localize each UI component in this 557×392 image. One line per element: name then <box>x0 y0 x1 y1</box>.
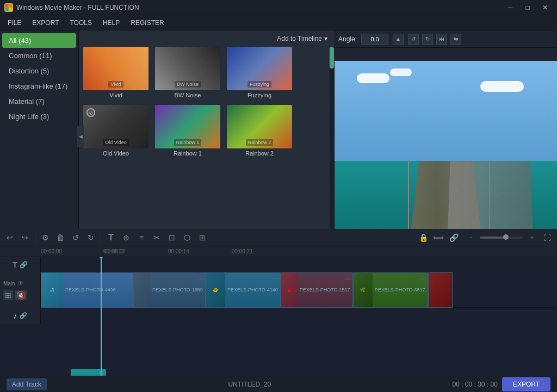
clip-4-menu[interactable]: ··· <box>345 274 351 283</box>
list-tl-btn[interactable]: ≡ <box>135 231 148 244</box>
category-instagram[interactable]: Instagram-like (17) <box>2 79 76 94</box>
category-all[interactable]: All (43) <box>2 33 76 48</box>
timeline: T 🔗 Main 👁 ⊞ 🔇 <box>0 257 557 376</box>
clip-6[interactable] <box>428 272 453 308</box>
add-timeline-btn[interactable]: Add to Timeline ▾ <box>277 35 327 42</box>
audio-icon: ♪ <box>14 312 17 320</box>
clip-3-label: PEXELS-PHOTO-4140 <box>225 286 280 294</box>
settings-btn[interactable]: ⚙ <box>39 231 52 244</box>
svg-rect-1 <box>9 4 13 8</box>
audio-track-content <box>41 308 557 324</box>
clip-4[interactable]: 🌹 PEXELS-PHOTO-1517 ··· <box>281 272 353 308</box>
ruler-tick-2: 00:00:14 <box>168 248 189 254</box>
effect-label-oldvideo: Old Video <box>83 150 148 157</box>
category-nightlife[interactable]: Night Life (3) <box>2 109 76 124</box>
app-icon <box>4 3 13 12</box>
add-tl-btn[interactable]: ⊕ <box>120 231 133 244</box>
text-tl-btn[interactable]: T <box>104 231 117 244</box>
audio-track-row: ♪ 🔗 <box>0 308 557 324</box>
link-btn[interactable]: 🔗 <box>447 231 460 244</box>
effect-fuzzying[interactable]: Fuzzying Fuzzying <box>227 47 292 98</box>
mirror-btn[interactable]: ⟺ <box>432 231 445 244</box>
track-link-icon[interactable]: 🔗 <box>20 261 28 269</box>
audio-link-icon[interactable]: 🔗 <box>20 312 27 319</box>
clip-2-menu[interactable]: ··· <box>197 274 204 283</box>
main-track-btns: ⊞ 🔇 <box>3 290 27 300</box>
split-btn[interactable]: ✂ <box>150 231 163 244</box>
clip-3[interactable]: 🐠 PEXELS-PHOTO-4140 ··· <box>206 272 281 308</box>
minimize-button[interactable]: ─ <box>503 2 518 13</box>
app-title: Windows Movie Maker - FULL FUNCTION <box>16 4 503 11</box>
status-time: 00 : 00 : 30 : 00 <box>452 381 497 388</box>
menu-export[interactable]: EXPORT <box>27 17 64 29</box>
rotate-left-tl-btn[interactable]: ↺ <box>69 231 82 244</box>
fullscreen-tl-btn[interactable]: ⛶ <box>541 231 554 244</box>
window-controls: ─ □ ✕ <box>503 2 553 13</box>
status-filename: UNTITLED_20 <box>51 381 448 388</box>
menu-tools[interactable]: TOOLS <box>64 17 97 29</box>
main-track-label: Main 👁 ⊞ 🔇 <box>0 272 41 308</box>
menu-file[interactable]: FILE <box>2 17 27 29</box>
playhead[interactable] <box>101 257 102 376</box>
clip-5[interactable]: 🌿 PEXELS-PHOTO-3817 ··· <box>353 272 428 308</box>
clip-2[interactable]: PEXELS-PHOTO-1659 ··· <box>133 272 206 308</box>
clip-4-label: PEXELS-PHOTO-1517 <box>298 286 352 294</box>
clip-2-label: PEXELS-PHOTO-1659 <box>150 286 205 294</box>
zoom-out-btn[interactable]: － <box>465 231 478 244</box>
crop-btn[interactable]: ⊡ <box>165 231 178 244</box>
snap-btn[interactable]: 🔒 <box>417 231 430 244</box>
effect-rainbow2[interactable]: Rainbow 2 Rainbow 2 <box>227 105 292 157</box>
svg-rect-3 <box>9 8 13 11</box>
effect-label-vivid: Vivid <box>83 92 148 98</box>
zoom-btn[interactable]: ⊞ <box>196 231 209 244</box>
category-material[interactable]: Material (7) <box>2 94 76 109</box>
effect-thumb-fuzz: Fuzzying <box>227 47 292 90</box>
ruler-tick-3: 00:00:21 <box>232 248 253 254</box>
time-ruler: 00:00:00 00:00:02 00:00:07 00:00:14 00:0… <box>0 246 557 257</box>
effect-rainbow1[interactable]: Rainbow 1 Rainbow 1 <box>155 105 220 157</box>
zoom-in-btn[interactable]: ＋ <box>525 231 539 244</box>
effect-label-rainbow1: Rainbow 1 <box>155 150 220 157</box>
clip-1[interactable]: 🏖 PEXELS-PHOTO-4496 ··· <box>41 272 133 308</box>
effects-row-2: ⊘ Old Video Old Video Rainbow 1 <box>83 105 330 157</box>
category-common[interactable]: Common (11) <box>2 48 76 63</box>
add-track-btn[interactable]: Add Track <box>7 378 47 390</box>
text-track-row: T 🔗 <box>0 257 557 272</box>
delete-btn[interactable]: 🗑 <box>54 231 67 244</box>
main-track-content: 🏖 PEXELS-PHOTO-4496 ··· PEXELS-PHOTO-165… <box>41 272 557 308</box>
ruler-tick-0: 00:00:00 <box>41 248 62 254</box>
effect-vivid[interactable]: Vivid Vivid <box>83 47 148 98</box>
menubar: FILE EXPORT TOOLS HELP REGISTER <box>0 15 557 30</box>
redo-btn[interactable]: ↪ <box>18 231 32 244</box>
effect-oldvideo[interactable]: ⊘ Old Video Old Video <box>83 105 148 157</box>
collapse-sidebar-btn[interactable]: ◀ <box>77 126 84 147</box>
clip-1-menu[interactable]: ··· <box>125 274 132 283</box>
statusbar: Add Track UNTITLED_20 00 : 00 : 30 : 00 … <box>0 376 557 392</box>
undo-btn[interactable]: ↩ <box>3 231 16 244</box>
effect-bwnoise[interactable]: BW Noise BW Noise <box>155 47 220 98</box>
clip-5-menu[interactable]: ··· <box>420 274 426 283</box>
effect-label-bwnoise: BW Noise <box>155 92 220 98</box>
close-button[interactable]: ✕ <box>537 2 553 13</box>
rotate-right-tl-btn[interactable]: ↻ <box>84 231 97 244</box>
zoom-slider[interactable] <box>480 237 523 239</box>
eye-icon[interactable]: 👁 <box>17 279 24 287</box>
timeline-controls: ↩ ↪ ⚙ 🗑 ↺ ↻ T ⊕ ≡ ✂ ⊡ ⬡ ⊞ 🔒 ⟺ 🔗 － ＋ ⛶ <box>0 229 557 246</box>
effect-thumb-rainbow1: Rainbow 1 <box>155 105 220 148</box>
effect-thumb-oldvideo: ⊘ Old Video <box>83 105 148 148</box>
category-distortion[interactable]: Distortion (5) <box>2 64 76 78</box>
track-mute-btn[interactable]: 🔇 <box>15 290 27 300</box>
maximize-button[interactable]: □ <box>520 2 535 13</box>
scrollbar-thumb <box>330 47 334 69</box>
text-track-content <box>41 257 557 272</box>
export-btn[interactable]: EXPORT <box>502 377 550 391</box>
track-clips: 🏖 PEXELS-PHOTO-4496 ··· PEXELS-PHOTO-165… <box>41 272 557 308</box>
main-label-text: Main <box>3 281 15 287</box>
timeline-wrapper: ↩ ↪ ⚙ 🗑 ↺ ↻ T ⊕ ≡ ✂ ⊡ ⬡ ⊞ 🔒 ⟺ 🔗 － ＋ ⛶ 00… <box>0 229 557 376</box>
menu-register[interactable]: REGISTER <box>125 17 169 29</box>
anim-btn[interactable]: ⬡ <box>181 231 194 244</box>
clip-3-menu[interactable]: ··· <box>273 274 279 283</box>
chevron-down-icon: ▾ <box>324 35 327 42</box>
track-settings-btn[interactable]: ⊞ <box>3 290 13 300</box>
menu-help[interactable]: HELP <box>97 17 125 29</box>
